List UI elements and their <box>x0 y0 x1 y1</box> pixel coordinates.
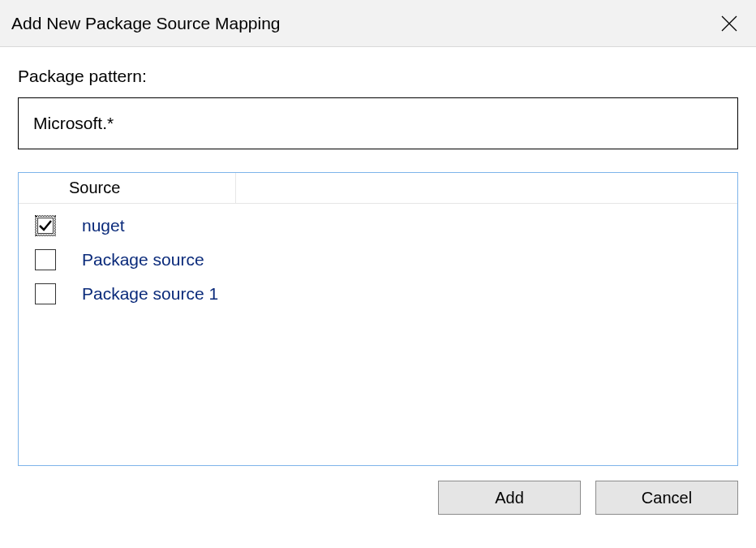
dialog-title: Add New Package Source Mapping <box>11 14 281 33</box>
checkmark-icon <box>38 218 53 233</box>
row-checkbox[interactable] <box>35 283 56 304</box>
source-grid: Source nugetPackage sourcePackage source… <box>18 172 738 466</box>
grid-header: Source <box>19 173 737 204</box>
pattern-label: Package pattern: <box>18 67 738 86</box>
grid-row[interactable]: Package source 1 <box>19 277 737 311</box>
dialog-content: Package pattern: Source nugetPackage sou… <box>0 47 756 466</box>
add-button[interactable]: Add <box>438 481 581 515</box>
row-source-label: Package source 1 <box>82 284 218 304</box>
close-icon <box>720 15 738 32</box>
titlebar: Add New Package Source Mapping <box>0 0 756 47</box>
pattern-input[interactable] <box>18 97 738 149</box>
row-source-label: nuget <box>82 216 125 235</box>
row-checkbox[interactable] <box>35 215 56 236</box>
row-source-label: Package source <box>82 250 204 270</box>
button-row: Add Cancel <box>0 466 756 515</box>
cancel-button[interactable]: Cancel <box>595 481 738 515</box>
grid-row[interactable]: nuget <box>19 209 737 243</box>
column-header-source[interactable]: Source <box>66 173 236 203</box>
column-header-checkbox[interactable] <box>19 173 66 203</box>
close-button[interactable] <box>717 11 741 36</box>
grid-body: nugetPackage sourcePackage source 1 <box>19 204 737 465</box>
row-checkbox[interactable] <box>35 249 56 270</box>
grid-row[interactable]: Package source <box>19 243 737 277</box>
